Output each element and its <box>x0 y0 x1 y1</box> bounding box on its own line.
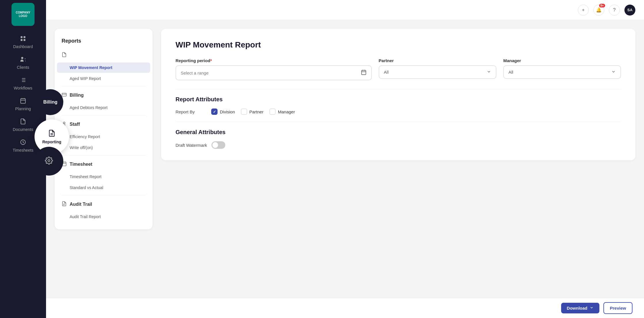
bell-icon: 🔔 <box>596 7 602 13</box>
general-attributes-title: General Attributes <box>176 129 621 136</box>
divider-3 <box>62 155 146 155</box>
checkbox-manager-box[interactable] <box>269 108 276 115</box>
reporting-icon <box>48 130 56 138</box>
topbar: + 🔔 9+ ? SA <box>46 0 644 20</box>
sidebar-item-label: Timesheets <box>13 148 33 153</box>
download-button[interactable]: Download <box>561 303 600 313</box>
download-label: Download <box>567 306 588 311</box>
reporting-period-label: Reporting period* <box>176 58 372 63</box>
checkbox-partner-label: Partner <box>249 109 264 114</box>
draft-watermark-label: Draft Watermark <box>176 143 207 148</box>
checkbox-partner-box[interactable] <box>241 108 247 115</box>
report-title: WIP Movement Report <box>176 40 621 49</box>
sidebar-item-label: Planning <box>15 106 31 111</box>
svg-point-4 <box>21 57 23 59</box>
timesheet-section-header: Timesheet <box>55 158 153 171</box>
file-icon <box>19 118 27 126</box>
reports-title: Reports <box>55 36 153 49</box>
notification-badge: 9+ <box>599 4 605 7</box>
partner-value: All <box>384 70 389 75</box>
action-bar: Download Preview <box>46 298 644 318</box>
left-panel: Reports WIP Movement Report Aged WIP Rep… <box>55 29 153 229</box>
main-content: + 🔔 9+ ? SA Reports WIP Movement Report … <box>46 0 644 318</box>
sidebar-item-dashboard[interactable]: Dashboard <box>0 32 46 52</box>
checkbox-group: Division Partner Manager <box>211 108 295 115</box>
svg-rect-3 <box>24 39 25 41</box>
avatar[interactable]: SA <box>624 5 635 16</box>
divider-1 <box>62 86 146 86</box>
chevron-down-icon <box>590 306 594 311</box>
checkbox-partner[interactable]: Partner <box>241 108 264 115</box>
timesheet-section-label: Timesheet <box>70 162 92 167</box>
sidebar-item-label: Workflows <box>14 86 32 90</box>
checkbox-manager[interactable]: Manager <box>269 108 295 115</box>
billing-bubble[interactable]: Billing <box>37 89 63 115</box>
divider-2 <box>62 115 146 115</box>
sidebar-item-wip-movement[interactable]: WIP Movement Report <box>57 62 150 73</box>
calendar-icon <box>19 97 27 105</box>
checkbox-division-label: Division <box>220 109 235 114</box>
topbar-actions: + 🔔 9+ ? SA <box>578 5 635 16</box>
reporting-period-input-wrapper[interactable] <box>176 65 372 80</box>
report-divider-1 <box>176 89 621 89</box>
checkbox-division-box[interactable] <box>211 108 218 115</box>
report-attributes-title: Report Attributes <box>176 96 621 103</box>
svg-point-18 <box>48 160 50 162</box>
sidebar-item-clients[interactable]: Clients <box>0 52 46 73</box>
sidebar-item-label: Clients <box>17 65 29 70</box>
billing-section-header: Billing <box>55 89 153 102</box>
chevron-down-icon <box>611 69 616 75</box>
reporting-period-group: Reporting period* <box>176 58 372 80</box>
staff-section-label: Staff <box>70 122 80 127</box>
sidebar-item-timesheet-report[interactable]: Timesheet Report <box>57 172 150 182</box>
svg-rect-1 <box>24 36 25 38</box>
svg-rect-28 <box>361 70 366 75</box>
sidebar-item-aged-wip[interactable]: Aged WIP Report <box>57 73 150 84</box>
preview-button[interactable]: Preview <box>603 302 632 314</box>
report-by-label: Report By <box>176 109 204 114</box>
manager-select[interactable]: All <box>503 65 621 79</box>
partner-select[interactable]: All <box>379 65 496 79</box>
calendar-icon <box>361 69 367 76</box>
sidebar-item-workflows[interactable]: Workflows <box>0 73 46 94</box>
report-card: WIP Movement Report Reporting period* <box>161 29 635 160</box>
partner-label: Partner <box>379 58 496 63</box>
sidebar-item-efficiency[interactable]: Efficiency Report <box>57 132 150 142</box>
reporting-period-input[interactable] <box>181 71 358 75</box>
report-by-row: Report By Division Partner Manager <box>176 108 621 115</box>
notification-button[interactable]: 🔔 9+ <box>593 5 604 16</box>
billing-section-label: Billing <box>70 93 84 98</box>
sidebar-item-audit-trail-report[interactable]: Audit Trail Report <box>57 212 150 222</box>
document-icon <box>62 52 67 58</box>
svg-rect-11 <box>21 99 26 104</box>
billing-label: Billing <box>43 100 58 105</box>
svg-rect-0 <box>21 36 22 38</box>
sidebar-item-write-off[interactable]: Write off/(on) <box>57 142 150 153</box>
manager-value: All <box>508 70 513 75</box>
content-area: Reports WIP Movement Report Aged WIP Rep… <box>46 20 644 298</box>
people-icon <box>19 56 27 64</box>
wip-section-header <box>55 49 153 62</box>
partner-group: Partner All <box>379 58 496 80</box>
audit-section-label: Audit Trail <box>70 202 92 207</box>
gear-icon <box>45 157 53 166</box>
divider-4 <box>62 195 146 195</box>
list-icon <box>19 77 27 85</box>
help-button[interactable]: ? <box>609 5 620 16</box>
right-panel: WIP Movement Report Reporting period* <box>161 29 635 289</box>
checkbox-division[interactable]: Division <box>211 108 235 115</box>
settings-bubble[interactable] <box>35 147 63 176</box>
staff-section-header: Staff <box>55 118 153 131</box>
svg-rect-19 <box>62 93 66 96</box>
required-star: * <box>210 58 212 63</box>
report-divider-2 <box>176 122 621 122</box>
sidebar-item-label: Dashboard <box>13 44 33 49</box>
checkbox-manager-label: Manager <box>278 109 295 114</box>
sidebar-item-standard-vs-actual[interactable]: Standard vs Actual <box>57 182 150 193</box>
add-button[interactable]: + <box>578 5 589 16</box>
draft-watermark-toggle[interactable] <box>212 141 225 149</box>
sidebar-item-label: Documents <box>13 127 33 132</box>
grid-icon <box>19 35 27 43</box>
sidebar: COMPANY LOGO Dashboard Clients Workflows… <box>0 0 46 318</box>
sidebar-item-aged-debtors[interactable]: Aged Debtors Report <box>57 102 150 113</box>
